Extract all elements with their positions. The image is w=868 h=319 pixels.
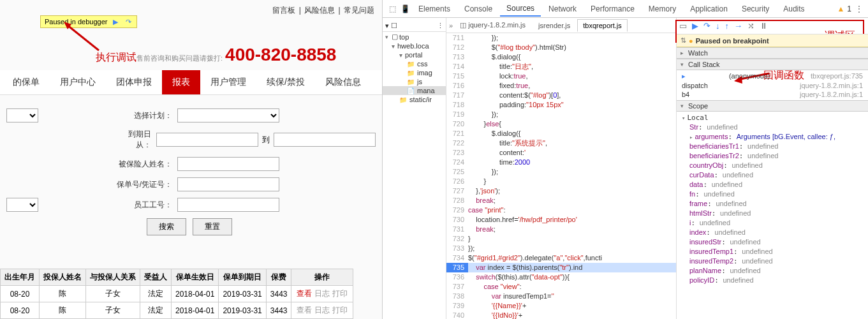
warning-badge[interactable]: ▲1 (837, 4, 851, 13)
scope-var-i[interactable]: i: undefined (677, 218, 868, 228)
step-into-icon[interactable]: ↓ (716, 21, 720, 31)
link-board[interactable]: 留言板 (272, 6, 295, 15)
code-tab-jquery[interactable]: ◫ jquery-1.8.2.min.js (454, 19, 531, 32)
nav-renew[interactable]: 续保/禁投 (256, 70, 315, 94)
code-line-716[interactable]: 716 fixed:true, (446, 81, 676, 91)
code-line-734[interactable]: 734$("#grid1,#grid2").delegate("a","clic… (446, 253, 676, 263)
emp-no-input[interactable] (177, 198, 279, 212)
code-line-724[interactable]: 724 time:2000 (446, 158, 676, 167)
tree-mana[interactable]: mana (383, 86, 446, 95)
code-line-730[interactable]: 730 location.href='/hw/pdf_printer/po' (446, 215, 676, 225)
scope-var-insuredTemp2[interactable]: insuredTemp2: undefined (677, 256, 868, 266)
code-line-726[interactable]: 726 } (446, 177, 676, 186)
tree-portal[interactable]: portal (383, 50, 446, 59)
more-icon[interactable]: ⋮ (853, 3, 864, 15)
tab-application[interactable]: Application (684, 2, 734, 16)
scope-var-index[interactable]: index: undefined (677, 228, 868, 237)
nav-report[interactable]: 报表 (162, 70, 200, 94)
step-out-icon[interactable]: ↑ (725, 21, 730, 31)
scope-var-curData[interactable]: curData: undefined (677, 170, 868, 180)
scope-section[interactable]: Scope (677, 100, 868, 112)
tree-static[interactable]: static/ir (383, 95, 446, 104)
tree-domain[interactable]: hweb.loca (383, 41, 446, 50)
scope-var-beneficiariesTr2[interactable]: beneficiariesTr2: undefined (677, 151, 868, 161)
date-from-input[interactable] (156, 133, 258, 147)
insured-name-input[interactable] (177, 157, 279, 171)
code-line-731[interactable]: 731 break; (446, 225, 676, 234)
scope-local[interactable]: Local (677, 113, 868, 122)
step-over-icon[interactable]: ↷ (703, 21, 710, 31)
code-line-715[interactable]: 715 lock:true, (446, 71, 676, 81)
code-line-727[interactable]: 727 },'json'); (446, 186, 676, 196)
plan-select[interactable] (177, 108, 279, 122)
tab-sources[interactable]: Sources (500, 1, 541, 17)
page-dropdown[interactable]: ▾ ☐ (385, 22, 397, 30)
code-line-714[interactable]: 714 title:"日志", (446, 62, 676, 71)
op-查看[interactable]: 查看 (297, 306, 312, 315)
hide-debugger-icon[interactable]: ▭ (679, 21, 687, 31)
nav-risk[interactable]: 风险信息 (315, 70, 371, 94)
scope-var-Str[interactable]: Str: undefined (677, 122, 868, 132)
stack-frame[interactable]: (anonymous)tbxqreport.js:735 (677, 71, 868, 81)
code-line-733[interactable]: 733}); (446, 244, 676, 253)
scope-var-countryObj[interactable]: countryObj: undefined (677, 161, 868, 170)
op-查看[interactable]: 查看 (297, 289, 312, 298)
select-2[interactable] (6, 198, 38, 212)
code-line-725[interactable]: 725 }); (446, 167, 676, 177)
code-line-719[interactable]: 719 }); (446, 110, 676, 119)
code-line-718[interactable]: 718 padding:"10px 15px" (446, 100, 676, 110)
tab-audits[interactable]: Audits (777, 2, 811, 16)
tree-js[interactable]: js (383, 77, 446, 86)
inspect-icon[interactable]: ⬚ (386, 3, 398, 15)
code-line-729[interactable]: 729case "print": (446, 205, 676, 215)
link-faq[interactable]: 常见问题 (344, 6, 374, 15)
code-line-737[interactable]: 737 case "view": (446, 282, 676, 292)
nav-group[interactable]: 团体申报 (106, 70, 162, 94)
nav-user-center[interactable]: 用户中心 (50, 70, 106, 94)
scope-var-htmlStr[interactable]: htmlStr: undefined (677, 209, 868, 218)
scope-var-arguments[interactable]: arguments: Arguments [bG.Event, callee: … (677, 132, 868, 142)
step-over-icon[interactable]: ↷ (124, 17, 133, 26)
step-icon[interactable]: → (734, 21, 742, 31)
op-日志[interactable]: 日志 (314, 306, 330, 315)
op-打印[interactable]: 打印 (332, 289, 348, 298)
tab-security[interactable]: Security (735, 2, 776, 16)
code-tab-tbxqreport[interactable]: tbxqreport.js (577, 19, 628, 32)
resume-icon[interactable]: ▶ (111, 17, 120, 26)
select-1[interactable] (6, 108, 38, 122)
callstack-section[interactable]: Call Stack (677, 59, 868, 70)
scope-var-beneficiariesTr1[interactable]: beneficiariesTr1: undefined (677, 142, 868, 151)
tab-performance[interactable]: Performance (584, 2, 641, 16)
stack-frame[interactable]: dispatchjquery-1.8.2.min.js:1 (677, 81, 868, 90)
scope-var-insuredTemp1[interactable]: insuredTemp1: undefined (677, 247, 868, 256)
tree-more-icon[interactable]: ⋮ (437, 22, 443, 30)
scope-var-frame[interactable]: frame: undefined (677, 199, 868, 209)
nav-user-mgmt[interactable]: 用户管理 (200, 70, 256, 94)
resume-script-icon[interactable]: ▶ (692, 21, 698, 31)
code-line-736[interactable]: 736 switch($(this).attr("data-opt")){ (446, 272, 676, 282)
pause-exceptions-icon[interactable]: ⏸ (760, 21, 768, 31)
code-line-711[interactable]: 711 }); (446, 33, 676, 43)
stack-frame[interactable]: b4jquery-1.8.2.min.js:1 (677, 90, 868, 99)
op-日志[interactable]: 日志 (314, 289, 330, 298)
code-line-732[interactable]: 732} (446, 234, 676, 244)
device-icon[interactable]: 📱 (399, 3, 411, 15)
code-line-713[interactable]: 713 $.dialog({ (446, 52, 676, 62)
code-line-728[interactable]: 728 break; (446, 196, 676, 205)
code-line-739[interactable]: 739 '{{Name}}'+ (446, 301, 676, 311)
code-line-720[interactable]: 720 }else{ (446, 119, 676, 129)
code-tab-jsrender[interactable]: jsrender.js (533, 19, 576, 32)
code-editor[interactable]: 711 });712 $("#log tbody").html(Str)713 … (446, 33, 676, 319)
reset-button[interactable]: 重置 (193, 218, 232, 235)
code-tabs-more-icon[interactable]: » (449, 22, 453, 29)
up-down-icon[interactable]: ⇅ (680, 36, 686, 45)
nav-policy[interactable]: 的保单 (3, 70, 50, 94)
code-line-717[interactable]: 717 content:$("#log")[0], (446, 91, 676, 100)
tab-elements[interactable]: Elements (412, 2, 457, 16)
link-risk[interactable]: 风险信息 (304, 6, 335, 15)
scope-var-policyID[interactable]: policyID: undefined (677, 276, 868, 285)
tree-imag[interactable]: imag (383, 68, 446, 77)
tab-memory[interactable]: Memory (642, 2, 682, 16)
code-line-740[interactable]: 740 '{{IdNo}}'+ (446, 311, 676, 319)
scope-var-insuredStr[interactable]: insuredStr: undefined (677, 237, 868, 247)
